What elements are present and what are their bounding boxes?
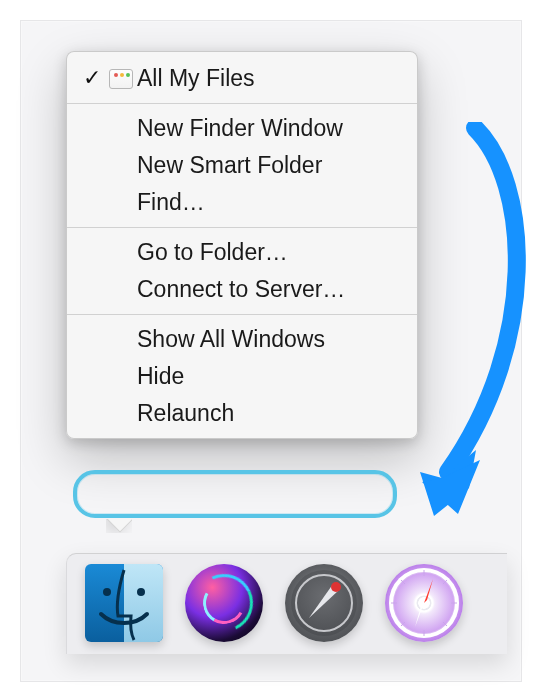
dock-app-siri[interactable] xyxy=(185,564,263,642)
menu-item-show-all-windows[interactable]: Show All Windows xyxy=(67,321,417,358)
menu-item-connect-to-server[interactable]: Connect to Server… xyxy=(67,271,417,308)
menu-item-all-my-files[interactable]: ✓ All My Files xyxy=(67,60,417,97)
menu-item-new-finder-window[interactable]: New Finder Window xyxy=(67,110,417,147)
checkmark-icon: ✓ xyxy=(83,67,101,89)
dock-app-launchpad[interactable] xyxy=(285,564,363,642)
menu-item-find[interactable]: Find… xyxy=(67,184,417,221)
finder-context-menu: ✓ All My Files New Finder Window New Sma… xyxy=(66,51,418,439)
screenshot-stage: ✓ All My Files New Finder Window New Sma… xyxy=(0,0,540,700)
svg-marker-12 xyxy=(424,579,433,603)
menu-item-relaunch[interactable]: Relaunch xyxy=(67,395,417,432)
dock xyxy=(66,553,507,654)
dock-app-safari[interactable] xyxy=(385,564,463,642)
svg-line-9 xyxy=(401,622,405,626)
menu-separator xyxy=(67,314,417,315)
menu-item-label: All My Files xyxy=(137,67,401,90)
dock-app-finder[interactable] xyxy=(85,564,163,642)
svg-point-3 xyxy=(331,582,341,592)
svg-line-8 xyxy=(443,580,447,584)
menu-item-hide[interactable]: Hide xyxy=(67,358,417,395)
svg-marker-13 xyxy=(415,603,424,627)
svg-point-0 xyxy=(103,588,111,596)
menu-separator xyxy=(67,103,417,104)
svg-point-1 xyxy=(137,588,145,596)
menu-pointer-tail xyxy=(106,519,132,533)
svg-line-10 xyxy=(401,580,405,584)
menu-item-go-to-folder[interactable]: Go to Folder… xyxy=(67,234,417,271)
menu-item-new-smart-folder[interactable]: New Smart Folder xyxy=(67,147,417,184)
svg-line-11 xyxy=(443,622,447,626)
window-icon xyxy=(109,69,133,89)
menu-separator xyxy=(67,227,417,228)
